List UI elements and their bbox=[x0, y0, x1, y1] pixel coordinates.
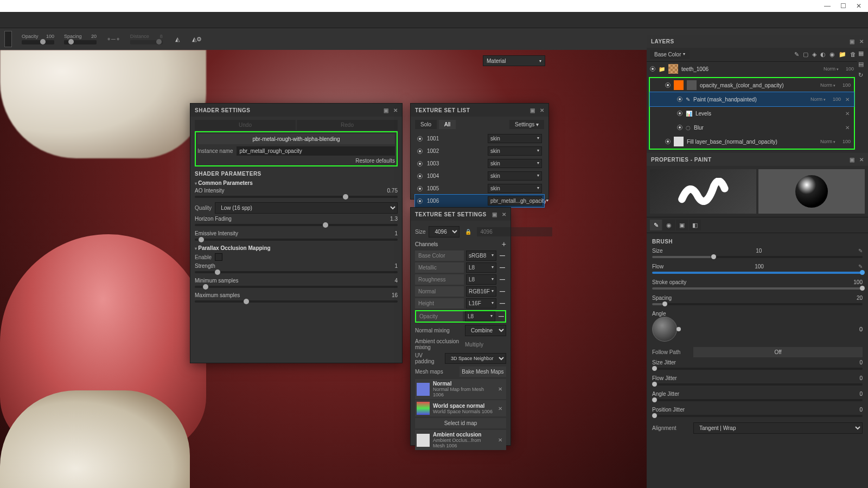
add-folder-icon[interactable]: 📁 bbox=[839, 51, 846, 58]
mesh-map-row[interactable]: World space normal World Space Normals 1… bbox=[415, 400, 506, 416]
channel-format-dropdown[interactable]: L16F bbox=[466, 298, 496, 309]
properties-header[interactable]: PROPERTIES - PAINT ▣✕ bbox=[647, 153, 868, 166]
uv-padding-select[interactable]: 3D Space Neighbor bbox=[445, 353, 506, 364]
close-icon[interactable]: ✕ bbox=[859, 38, 864, 44]
position-jitter-slider[interactable]: Position Jitter0 bbox=[652, 407, 863, 417]
solo-tab[interactable]: Solo bbox=[415, 120, 437, 129]
all-tab[interactable]: All bbox=[439, 120, 456, 129]
strength-slider[interactable]: Strength1 bbox=[195, 263, 398, 273]
horizon-fading-slider[interactable]: Horizon Fading1.3 bbox=[195, 216, 398, 226]
panel-header[interactable]: TEXTURE SET LIST ▣✕ bbox=[411, 104, 548, 117]
dock-icon[interactable]: ▣ bbox=[384, 107, 389, 113]
add-adjustment-icon[interactable]: ◐ bbox=[820, 51, 826, 58]
brush-size-slider[interactable]: Size10✎ bbox=[652, 248, 863, 258]
layer-opacity[interactable]: 100 bbox=[839, 82, 851, 88]
alpha-tab-icon[interactable]: ◉ bbox=[663, 220, 675, 230]
layer-row[interactable]: ◌ Blur ✕ bbox=[650, 120, 854, 134]
remove-channel-button[interactable]: — bbox=[499, 288, 506, 294]
brush-tab-icon[interactable]: ✎ bbox=[650, 220, 662, 230]
layer-row[interactable]: 📊 Levels ✕ bbox=[650, 106, 854, 120]
parallax-group[interactable]: Parallax Occlusion Mapping bbox=[195, 245, 398, 251]
close-icon[interactable]: ✕ bbox=[502, 211, 507, 217]
remove-effect-button[interactable]: ✕ bbox=[844, 125, 851, 131]
minimize-button[interactable]: — bbox=[824, 2, 831, 10]
stencil-tab-icon[interactable]: ▣ bbox=[676, 220, 688, 230]
grid-icon[interactable]: ▦ bbox=[858, 50, 867, 59]
viewport-shading-dropdown[interactable]: Material bbox=[483, 55, 545, 66]
texture-set-row[interactable]: 1006 pbr_metall...gh_opacity bbox=[415, 195, 544, 207]
shader-name-button[interactable]: pbr-metal-rough-with-alpha-blending bbox=[197, 134, 395, 144]
layer-visibility[interactable] bbox=[677, 125, 682, 130]
add-smart-icon[interactable]: ◉ bbox=[829, 51, 835, 58]
layer-visibility[interactable] bbox=[665, 82, 671, 88]
spacing-slider[interactable]: Spacing20 bbox=[64, 34, 97, 44]
restore-defaults-button[interactable]: Restore defaults bbox=[197, 158, 395, 164]
layer-row[interactable]: 📁 teeth_1006 Norm100 bbox=[647, 62, 857, 76]
pressure-icon[interactable]: ✎ bbox=[858, 248, 863, 254]
select-id-map-button[interactable]: Select id map bbox=[415, 418, 506, 428]
layer-name[interactable]: Blur bbox=[694, 125, 841, 131]
bake-mesh-maps-button[interactable]: Bake Mesh Maps bbox=[459, 367, 506, 377]
maximize-button[interactable]: ☐ bbox=[840, 2, 846, 10]
layer-name[interactable]: Paint (mask_handpainted) bbox=[693, 97, 807, 102]
alpha-icon[interactable]: ◭ bbox=[173, 34, 182, 44]
texture-set-row[interactable]: 1003 skin bbox=[415, 157, 544, 170]
remove-channel-button[interactable]: — bbox=[497, 313, 505, 319]
blend-mode[interactable]: Norm bbox=[820, 82, 835, 88]
brush-spacing-slider[interactable]: Spacing20 bbox=[652, 295, 863, 305]
layers-tab-icon[interactable]: ▤ bbox=[858, 61, 867, 69]
remove-effect-button[interactable]: ✕ bbox=[844, 97, 851, 102]
dock-icon[interactable]: ▣ bbox=[530, 107, 535, 113]
size2-input[interactable] bbox=[477, 227, 552, 236]
blend-mode[interactable]: Norm bbox=[824, 66, 839, 72]
shader-dropdown[interactable]: pbr_metall...gh_opacity bbox=[488, 196, 542, 206]
shader-dropdown[interactable]: skin bbox=[488, 146, 542, 156]
layer-row[interactable]: opacity_mask_(color_and_opacity) Norm100 bbox=[650, 78, 854, 92]
layer-name[interactable]: Levels bbox=[695, 111, 841, 117]
layer-visibility[interactable] bbox=[677, 97, 682, 102]
remove-map-button[interactable]: ✕ bbox=[496, 406, 505, 412]
brush-preset-swatch[interactable] bbox=[4, 31, 12, 47]
brush-angle-control[interactable]: Angle 0 bbox=[652, 311, 863, 342]
texture-set-row[interactable]: 1001 skin bbox=[415, 132, 544, 145]
min-samples-slider[interactable]: Minimum samples4 bbox=[195, 278, 398, 288]
remove-effect-button[interactable]: ✕ bbox=[844, 111, 851, 117]
follow-path-toggle[interactable]: Off bbox=[693, 347, 863, 357]
shader-dropdown[interactable]: skin bbox=[488, 159, 542, 168]
close-icon[interactable]: ✕ bbox=[540, 107, 545, 113]
size-select[interactable]: 4096 bbox=[429, 226, 459, 237]
layer-opacity[interactable]: 100 bbox=[842, 66, 854, 72]
layer-visibility[interactable] bbox=[650, 66, 655, 72]
history-icon[interactable]: ↻ bbox=[858, 72, 867, 80]
channel-format-dropdown[interactable]: RGB16F bbox=[466, 286, 496, 297]
ao-intensity-slider[interactable]: AO Intensity0.75 bbox=[195, 188, 398, 198]
emissive-intensity-slider[interactable]: Emissive Intensity1 bbox=[195, 230, 398, 241]
shader-dropdown[interactable]: skin bbox=[488, 184, 542, 193]
layer-name[interactable]: opacity_mask_(color_and_opacity) bbox=[700, 82, 817, 88]
effects-icon[interactable]: ✎ bbox=[794, 51, 799, 58]
channel-format-dropdown[interactable]: sRGB8 bbox=[466, 251, 496, 261]
angle-jitter-slider[interactable]: Angle Jitter0 bbox=[652, 391, 863, 401]
visibility-radio[interactable] bbox=[417, 161, 423, 166]
undo-button[interactable]: Undo bbox=[195, 120, 296, 130]
instance-name-input[interactable] bbox=[237, 146, 395, 156]
redo-button[interactable]: Redo bbox=[297, 120, 398, 130]
normal-mixing-select[interactable]: Combine bbox=[465, 325, 506, 336]
stroke-opacity-slider[interactable]: Stroke opacity100 bbox=[652, 279, 863, 290]
flow-jitter-slider[interactable]: Flow Jitter0 bbox=[652, 375, 863, 386]
blend-mode[interactable]: Norm bbox=[820, 139, 835, 144]
enable-checkbox[interactable] bbox=[215, 253, 222, 261]
mesh-map-row[interactable]: Ambient occlusion Ambient Occlus...from … bbox=[415, 430, 506, 450]
opacity-slider[interactable]: Opacity100 bbox=[22, 34, 54, 44]
layer-name[interactable]: teeth_1006 bbox=[681, 66, 820, 72]
shader-dropdown[interactable]: skin bbox=[488, 171, 542, 181]
visibility-radio[interactable] bbox=[417, 136, 423, 142]
texture-set-row[interactable]: 1004 skin bbox=[415, 170, 544, 182]
channel-filter-dropdown[interactable]: Base Color bbox=[650, 50, 690, 59]
remove-map-button[interactable]: ✕ bbox=[496, 386, 505, 392]
panel-header[interactable]: TEXTURE SET SETTINGS ▣✕ bbox=[411, 208, 510, 221]
texture-set-row[interactable]: 1005 skin bbox=[415, 182, 544, 195]
channel-format-dropdown[interactable]: L8 bbox=[466, 262, 496, 273]
settings-button[interactable]: Settings ▾ bbox=[509, 120, 544, 129]
visibility-radio[interactable] bbox=[417, 186, 423, 191]
